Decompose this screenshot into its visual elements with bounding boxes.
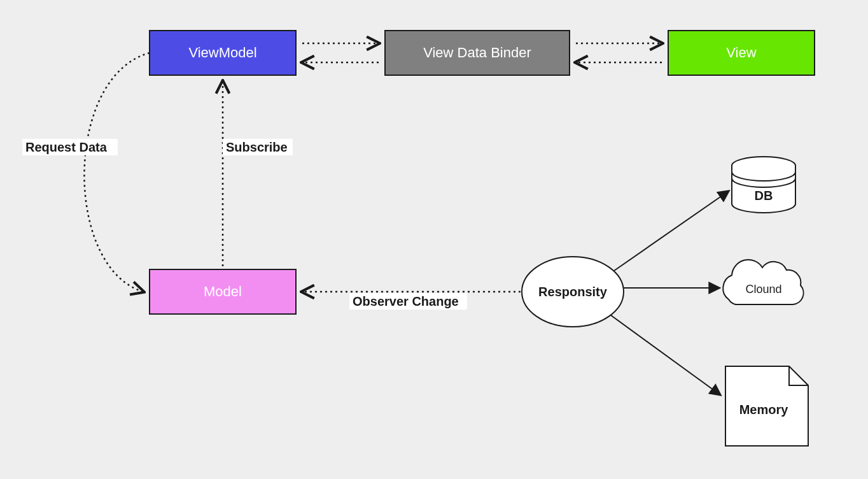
edge-request-data-label: Request Data xyxy=(25,140,108,154)
edge-subscribe-label: Subscribe xyxy=(226,140,288,154)
repo-node: Responsity xyxy=(522,257,624,327)
binder-label: View Data Binder xyxy=(423,45,531,61)
cloud-node: Clound xyxy=(723,260,803,304)
memory-node: Memory xyxy=(725,366,808,446)
db-label: DB xyxy=(755,189,773,203)
viewmodel-label: ViewModel xyxy=(188,45,256,61)
edge-repo-db xyxy=(614,191,729,271)
binder-node: View Data Binder xyxy=(385,31,570,75)
db-node: DB xyxy=(732,157,795,213)
model-node: Model xyxy=(150,269,296,314)
repo-label: Responsity xyxy=(538,285,608,299)
cloud-label: Clound xyxy=(745,283,781,296)
architecture-diagram: ViewModel View Data Binder View Model Re… xyxy=(0,0,868,479)
memory-label: Memory xyxy=(739,403,789,417)
view-label: View xyxy=(726,45,756,61)
view-node: View xyxy=(668,31,815,75)
edge-observer-change-label: Observer Change xyxy=(353,294,459,308)
viewmodel-node: ViewModel xyxy=(150,31,296,75)
edge-request-data xyxy=(84,53,150,292)
model-label: Model xyxy=(204,283,242,299)
edge-repo-memory xyxy=(611,315,720,395)
